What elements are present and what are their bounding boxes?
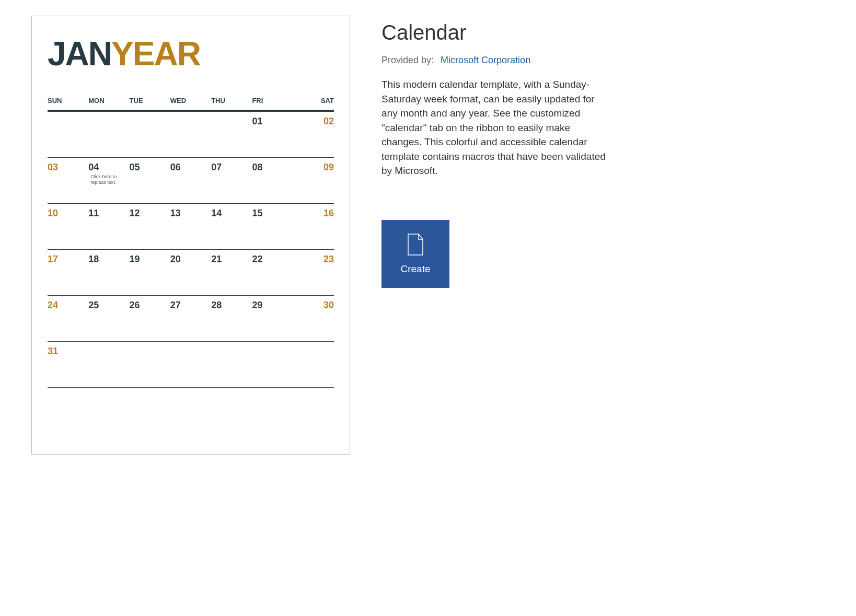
- dow-mon: MON: [88, 97, 129, 104]
- day-number: 04: [88, 162, 129, 173]
- calendar-week: 17181920212223: [48, 250, 334, 296]
- day-number: 25: [88, 300, 129, 311]
- preview-title: JANYEAR: [48, 37, 334, 71]
- calendar-day-cell: 12: [130, 204, 170, 249]
- day-number: 08: [252, 162, 293, 173]
- template-description: This modern calendar template, with a Su…: [381, 77, 606, 178]
- calendar-day-cell: 24: [48, 296, 88, 341]
- calendar-week: 0304Click here to replace text.050607080…: [48, 158, 334, 204]
- day-number: 17: [48, 254, 88, 265]
- day-number: 16: [293, 208, 334, 219]
- day-number: 20: [170, 254, 211, 265]
- day-number: 27: [170, 300, 211, 311]
- calendar-grid: 01020304Click here to replace text.05060…: [48, 112, 334, 388]
- provided-by-label: Provided by:: [381, 55, 434, 65]
- dow-tue: TUE: [130, 97, 170, 104]
- day-number: 10: [48, 208, 88, 219]
- calendar-day-cell: [170, 112, 211, 157]
- calendar-day-cell: 25: [88, 296, 129, 341]
- day-number: 23: [293, 254, 334, 265]
- calendar-day-cell: 29: [252, 296, 293, 341]
- calendar-day-cell: 15: [252, 204, 293, 249]
- day-number: 31: [48, 346, 88, 357]
- calendar-day-cell: 18: [88, 250, 129, 295]
- day-number: 14: [211, 208, 252, 219]
- day-number: 29: [252, 300, 293, 311]
- calendar-day-cell: 23: [293, 250, 334, 295]
- calendar-day-cell: 16: [293, 204, 334, 249]
- day-number: 22: [252, 254, 293, 265]
- calendar-week: 0102: [48, 112, 334, 158]
- dow-thu: THU: [211, 97, 252, 104]
- day-number: 15: [252, 208, 293, 219]
- calendar-day-cell: [170, 342, 211, 387]
- provided-by-link[interactable]: Microsoft Corporation: [441, 55, 530, 65]
- calendar-day-cell: 02: [293, 112, 334, 157]
- calendar-day-cell: 28: [211, 296, 252, 341]
- calendar-day-cell: 10: [48, 204, 88, 249]
- dow-sun: SUN: [48, 97, 88, 104]
- create-button[interactable]: Create: [381, 220, 449, 288]
- calendar-day-cell: [48, 112, 88, 157]
- provided-by-row: Provided by: Microsoft Corporation: [381, 55, 606, 66]
- calendar-week: 31: [48, 342, 334, 388]
- day-number: 07: [211, 162, 252, 173]
- day-number: 21: [211, 254, 252, 265]
- calendar-day-cell: [130, 342, 170, 387]
- calendar-day-cell: 07: [211, 158, 252, 203]
- calendar-day-cell: 13: [170, 204, 211, 249]
- calendar-day-cell: 05: [130, 158, 170, 203]
- calendar-day-cell: [252, 342, 293, 387]
- dow-fri: FRI: [252, 97, 293, 104]
- day-number: 11: [88, 208, 129, 219]
- preview-month: JAN: [48, 35, 111, 73]
- day-number: 06: [170, 162, 211, 173]
- calendar-day-cell: 06: [170, 158, 211, 203]
- document-icon: [406, 233, 425, 256]
- calendar-day-cell: [88, 342, 129, 387]
- day-note: Click here to replace text.: [88, 174, 129, 185]
- calendar-day-cell: [88, 112, 129, 157]
- calendar-day-cell: 04Click here to replace text.: [88, 158, 129, 203]
- day-number: 18: [88, 254, 129, 265]
- calendar-day-cell: 03: [48, 158, 88, 203]
- calendar-day-cell: 11: [88, 204, 129, 249]
- calendar-day-cell: 17: [48, 250, 88, 295]
- dow-wed: WED: [170, 97, 211, 104]
- calendar-week: 24252627282930: [48, 296, 334, 342]
- calendar-day-cell: 14: [211, 204, 252, 249]
- day-number: 09: [293, 162, 334, 173]
- calendar-day-cell: [211, 342, 252, 387]
- day-number: 13: [170, 208, 211, 219]
- day-number: 03: [48, 162, 88, 173]
- calendar-day-cell: 30: [293, 296, 334, 341]
- calendar-day-cell: [211, 112, 252, 157]
- day-number: 01: [252, 116, 293, 127]
- calendar-day-cell: [293, 342, 334, 387]
- day-number: 05: [130, 162, 170, 173]
- calendar-day-cell: 26: [130, 296, 170, 341]
- calendar-day-cell: 31: [48, 342, 88, 387]
- day-number: 28: [211, 300, 252, 311]
- preview-year: YEAR: [111, 35, 200, 73]
- calendar-day-cell: 01: [252, 112, 293, 157]
- calendar-day-cell: 19: [130, 250, 170, 295]
- calendar-day-cell: 27: [170, 296, 211, 341]
- calendar-week: 10111213141516: [48, 204, 334, 250]
- dow-sat: SAT: [293, 97, 334, 104]
- calendar-day-cell: 20: [170, 250, 211, 295]
- day-number: 30: [293, 300, 334, 311]
- calendar-day-cell: 21: [211, 250, 252, 295]
- day-of-week-header: SUN MON TUE WED THU FRI SAT: [48, 97, 334, 112]
- day-number: 19: [130, 254, 170, 265]
- calendar-day-cell: 09: [293, 158, 334, 203]
- calendar-day-cell: 08: [252, 158, 293, 203]
- day-number: 24: [48, 300, 88, 311]
- calendar-day-cell: [130, 112, 170, 157]
- template-title: Calendar: [381, 21, 606, 44]
- day-number: 26: [130, 300, 170, 311]
- day-number: 02: [293, 116, 334, 127]
- calendar-day-cell: 22: [252, 250, 293, 295]
- day-number: 12: [130, 208, 170, 219]
- template-preview: JANYEAR SUN MON TUE WED THU FRI SAT 0102…: [31, 16, 350, 455]
